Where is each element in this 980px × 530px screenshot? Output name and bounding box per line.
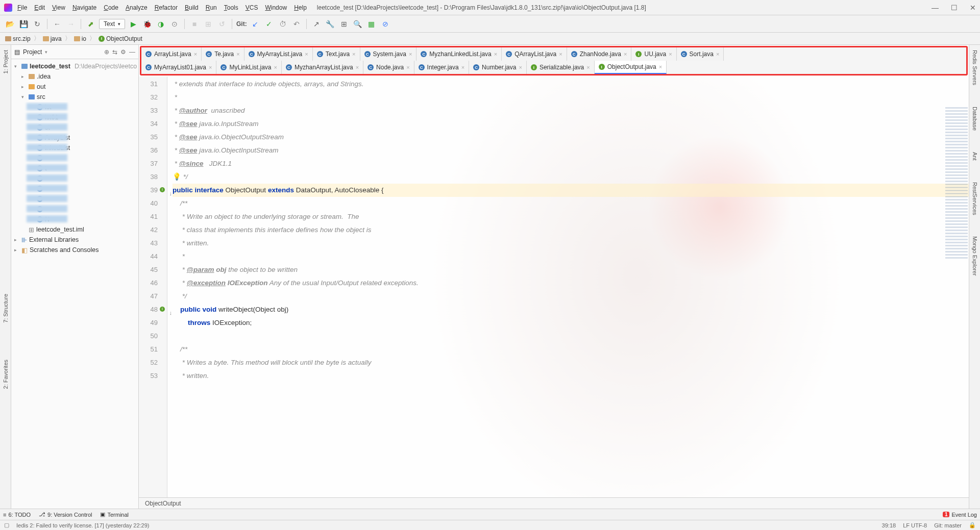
maximize-button[interactable]: ☐ (951, 4, 958, 12)
menu-build[interactable]: Build (185, 4, 199, 11)
target-icon[interactable]: ⊕ (104, 48, 109, 56)
close-tab-icon[interactable]: × (236, 51, 239, 57)
close-tab-icon[interactable]: × (461, 64, 464, 70)
menu-edit[interactable]: Edit (34, 4, 45, 11)
editor-tab[interactable]: CQArrayList.java× (502, 47, 567, 61)
editor-tab[interactable]: CMyArrayList01.java× (141, 61, 216, 74)
menu-refactor[interactable]: Refactor (155, 4, 178, 11)
tree-item[interactable]: Cst (11, 122, 138, 133)
close-tab-icon[interactable]: × (559, 51, 562, 57)
run-icon[interactable]: ▶ (128, 18, 139, 30)
tree-item[interactable]: C (11, 153, 138, 163)
breadcrumb-item[interactable]: io (74, 35, 86, 42)
git-compare-icon[interactable]: ⏱ (277, 18, 288, 30)
editor-tab[interactable]: CSort.java× (677, 47, 724, 61)
external-libraries[interactable]: ▸ ⊪ External Libraries (11, 235, 138, 245)
coverage-icon[interactable]: ◑ (155, 18, 166, 30)
editor-tab[interactable]: CNumber.java× (469, 61, 527, 74)
close-tab-icon[interactable]: × (494, 51, 497, 57)
wrench-icon[interactable]: 🔧 (325, 18, 336, 30)
tree-item[interactable]: ⊞leetcode_test.iml (11, 224, 138, 235)
editor-tab[interactable]: CZhanNode.java× (567, 47, 632, 61)
close-tab-icon[interactable]: × (624, 51, 627, 57)
bottom-tab[interactable]: ▣Terminal (100, 511, 129, 518)
close-tab-icon[interactable]: × (659, 64, 662, 70)
build-icon[interactable]: ⬈ (85, 18, 96, 30)
right-tab-mongo-explorer[interactable]: Mongo Explorer (971, 233, 979, 279)
tree-item[interactable]: C (11, 194, 138, 204)
menu-navigate[interactable]: Navigate (72, 4, 96, 11)
badge-icon[interactable]: ▦ (366, 18, 377, 30)
right-tab-restservices[interactable]: RestServices (971, 179, 979, 218)
close-tab-icon[interactable]: × (274, 64, 277, 70)
menu-view[interactable]: View (52, 4, 65, 11)
editor-tab[interactable]: CText.java× (313, 47, 360, 61)
forward-icon[interactable]: → (65, 18, 77, 30)
editor-tab[interactable]: CTe.java× (202, 47, 244, 61)
close-tab-icon[interactable]: × (586, 64, 590, 70)
right-tab-ant[interactable]: Ant (971, 149, 979, 164)
tree-item[interactable]: Cist01 (11, 112, 138, 122)
editor-tab[interactable]: CMyzhanArrayList.java× (282, 61, 363, 74)
tree-item[interactable]: ▾src (11, 92, 138, 102)
close-tab-icon[interactable]: × (305, 51, 308, 57)
tree-item[interactable]: Ct (11, 163, 138, 173)
editor-tab[interactable]: CNode.java× (363, 61, 414, 74)
attach-icon[interactable]: ⊞ (203, 18, 214, 30)
editor-tab[interactable]: CArrayList.java× (141, 47, 202, 61)
breadcrumb-item[interactable]: IObjectOutput (99, 35, 142, 42)
scratches-consoles[interactable]: ▸ ◧ Scratches and Consoles (11, 245, 138, 255)
save-icon[interactable]: 💾 (18, 18, 29, 30)
cursor-position[interactable]: 39:18 (882, 522, 896, 528)
run-config-dropdown[interactable]: Text ▾ (99, 19, 125, 29)
profile-icon[interactable]: ⊙ (169, 18, 180, 30)
bottom-tab[interactable]: ⎇9: Version Control (39, 511, 92, 518)
close-tab-icon[interactable]: × (356, 64, 359, 70)
debug-icon[interactable]: 🐞 (141, 18, 153, 30)
tree-item[interactable]: C (11, 204, 138, 214)
chevron-down-icon[interactable]: ▾ (45, 49, 47, 55)
menu-tools[interactable]: Tools (224, 4, 238, 11)
close-tab-icon[interactable]: × (209, 64, 212, 70)
editor-tab[interactable]: CSystem.java× (360, 47, 417, 61)
close-tab-icon[interactable]: × (194, 51, 197, 57)
line-encoding[interactable]: LF UTF-8 (903, 522, 927, 528)
left-tab----favorites[interactable]: 2: Favorites (2, 357, 10, 392)
editor-tab[interactable]: IUU.java× (631, 47, 676, 61)
menu-analyze[interactable]: Analyze (126, 4, 148, 11)
project-panel-title[interactable]: Project (23, 48, 42, 56)
breadcrumb-item[interactable]: src.zip (5, 35, 31, 42)
status-icon[interactable]: ▢ (4, 522, 9, 528)
menu-help[interactable]: Help (294, 4, 307, 11)
git-revert-icon[interactable]: ↶ (291, 18, 302, 30)
back-icon[interactable]: ← (52, 18, 63, 30)
code-content[interactable]: * extends that interface to include obje… (167, 77, 969, 497)
gear-icon[interactable]: ⚙ (120, 48, 126, 56)
menu-file[interactable]: File (17, 4, 27, 11)
editor-tab[interactable]: CMyLinkList.java× (216, 61, 281, 74)
left-tab----structure[interactable]: 7: Structure (2, 291, 10, 326)
stop-process-icon[interactable]: ⊘ (380, 18, 391, 30)
right-tab-database[interactable]: Database (971, 104, 979, 134)
tree-item[interactable]: CArrayList (11, 133, 138, 143)
close-tab-icon[interactable]: × (519, 64, 522, 70)
right-tab-redis-servers[interactable]: Redis Servers (971, 47, 979, 88)
editor-tab[interactable]: ISerializable.java× (527, 61, 595, 74)
tree-item[interactable]: ▸out (11, 82, 138, 92)
structure-icon[interactable]: ⊞ (338, 18, 350, 30)
update-icon[interactable]: ↺ (216, 18, 228, 30)
tree-item[interactable]: Cist (11, 102, 138, 112)
editor-tab[interactable]: IObjectOutput.java× (595, 61, 667, 74)
tree-item[interactable]: C (11, 173, 138, 184)
search-icon[interactable]: 🔍 (352, 18, 363, 30)
left-tab----project[interactable]: 1: Project (2, 47, 10, 77)
breadcrumb-item[interactable]: java (43, 35, 62, 42)
close-tab-icon[interactable]: × (716, 51, 719, 57)
menu-code[interactable]: Code (104, 4, 118, 11)
git-branch[interactable]: Git: master (934, 522, 962, 528)
editor-breadcrumb[interactable]: ObjectOutput (139, 497, 969, 509)
close-tab-icon[interactable]: × (669, 51, 672, 57)
tree-root[interactable]: ▾ leetcode_test D:\IdeaProjects\leetco (11, 61, 138, 71)
expand-icon[interactable]: ⇆ (112, 48, 117, 56)
hide-icon[interactable]: — (129, 48, 135, 56)
